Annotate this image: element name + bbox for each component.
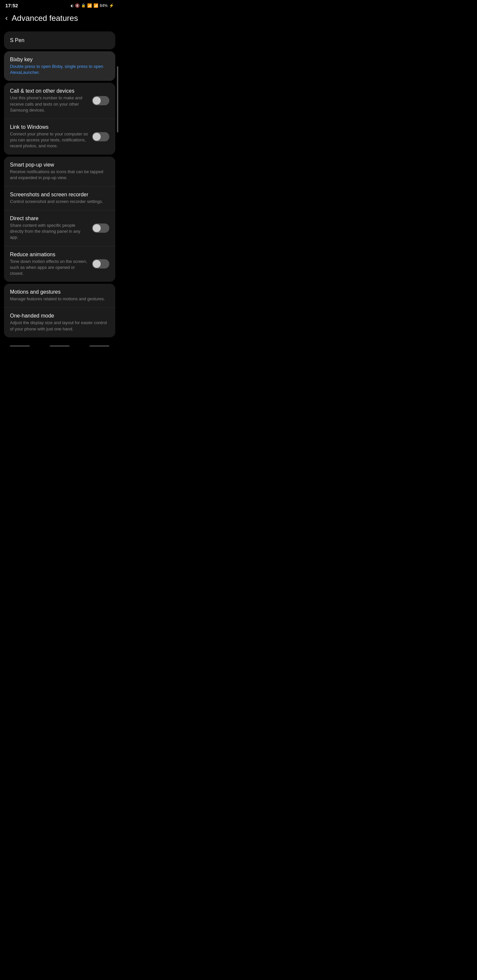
motions-gestures-title: Motions and gestures bbox=[10, 289, 109, 295]
reduce-animations-item[interactable]: Reduce animations Tone down motion effec… bbox=[4, 246, 115, 282]
reduce-animations-title: Reduce animations bbox=[10, 251, 88, 258]
nav-pill-2 bbox=[50, 345, 70, 347]
status-bar: 17:52 ⬖ 🔇 🔒 📶 📶 84% ⚡ bbox=[0, 0, 119, 10]
reduce-animations-toggle-knob bbox=[93, 260, 101, 268]
call-text-title: Call & text on other devices bbox=[10, 88, 88, 94]
spen-item[interactable]: S Pen bbox=[4, 32, 115, 49]
screenshots-item[interactable]: Screenshots and screen recorder Control … bbox=[4, 186, 115, 210]
spen-title: S Pen bbox=[10, 37, 24, 43]
section-gestures: Motions and gestures Manage features rel… bbox=[4, 284, 115, 337]
bottom-nav bbox=[0, 340, 119, 352]
one-handed-desc: Adjust the display size and layout for e… bbox=[10, 320, 109, 332]
motions-gestures-desc: Manage features related to motions and g… bbox=[10, 296, 109, 302]
one-handed-item[interactable]: One-handed mode Adjust the display size … bbox=[4, 307, 115, 337]
call-text-toggle[interactable] bbox=[92, 96, 109, 105]
status-time: 17:52 bbox=[5, 3, 18, 8]
call-text-item[interactable]: Call & text on other devices Use this ph… bbox=[4, 83, 115, 119]
reduce-animations-toggle[interactable] bbox=[92, 259, 109, 269]
header: ‹ Advanced features bbox=[0, 10, 119, 29]
status-icons: ⬖ 🔇 🔒 📶 📶 84% ⚡ bbox=[70, 3, 114, 8]
call-text-toggle-knob bbox=[93, 97, 101, 105]
direct-share-desc: Share content with specific people direc… bbox=[10, 223, 88, 241]
screenshots-desc: Control screenshot and screen recorder s… bbox=[10, 199, 109, 205]
motions-gestures-item[interactable]: Motions and gestures Manage features rel… bbox=[4, 284, 115, 307]
link-windows-item[interactable]: Link to Windows Connect your phone to yo… bbox=[4, 119, 115, 154]
link-windows-toggle[interactable] bbox=[92, 132, 109, 142]
scrollbar[interactable] bbox=[117, 66, 118, 132]
nav-pill-1 bbox=[10, 345, 30, 347]
link-windows-toggle-knob bbox=[93, 133, 101, 141]
direct-share-toggle-knob bbox=[93, 224, 101, 232]
section-misc: Smart pop-up view Receive notifications … bbox=[4, 157, 115, 282]
smart-popup-item[interactable]: Smart pop-up view Receive notifications … bbox=[4, 157, 115, 186]
link-windows-desc: Connect your phone to your computer so y… bbox=[10, 131, 88, 149]
back-button[interactable]: ‹ bbox=[5, 14, 8, 22]
nav-pill-3 bbox=[89, 345, 109, 347]
link-windows-title: Link to Windows bbox=[10, 124, 88, 130]
direct-share-title: Direct share bbox=[10, 216, 88, 221]
direct-share-item[interactable]: Direct share Share content with specific… bbox=[4, 210, 115, 246]
bixby-key-item[interactable]: Bixby key Double press to open Bixby, si… bbox=[4, 51, 115, 81]
battery-icon: ⚡ bbox=[109, 3, 114, 8]
bixby-key-title: Bixby key bbox=[10, 57, 109, 62]
call-text-desc: Use this phone's number to make and rece… bbox=[10, 95, 88, 113]
smart-popup-title: Smart pop-up view bbox=[10, 162, 109, 168]
smart-popup-desc: Receive notifications as icons that can … bbox=[10, 169, 109, 181]
reduce-animations-desc: Tone down motion effects on the screen, … bbox=[10, 259, 88, 277]
page-title: Advanced features bbox=[11, 14, 78, 23]
lock-icon: 🔒 bbox=[81, 3, 86, 8]
screenshots-title: Screenshots and screen recorder bbox=[10, 192, 109, 198]
section-connectivity: Call & text on other devices Use this ph… bbox=[4, 83, 115, 154]
battery-text: 84% bbox=[100, 3, 108, 8]
direct-share-toggle[interactable] bbox=[92, 223, 109, 233]
bluetooth-icon: ⬖ bbox=[70, 3, 73, 8]
section-bixby: Bixby key Double press to open Bixby, si… bbox=[4, 51, 115, 81]
one-handed-title: One-handed mode bbox=[10, 313, 109, 319]
section-spen: S Pen bbox=[4, 32, 115, 49]
signal-icon: 📶 bbox=[93, 3, 98, 8]
bixby-key-desc: Double press to open Bixby, single press… bbox=[10, 64, 109, 75]
wifi-icon: 📶 bbox=[87, 3, 92, 8]
mute-icon: 🔇 bbox=[75, 3, 80, 8]
